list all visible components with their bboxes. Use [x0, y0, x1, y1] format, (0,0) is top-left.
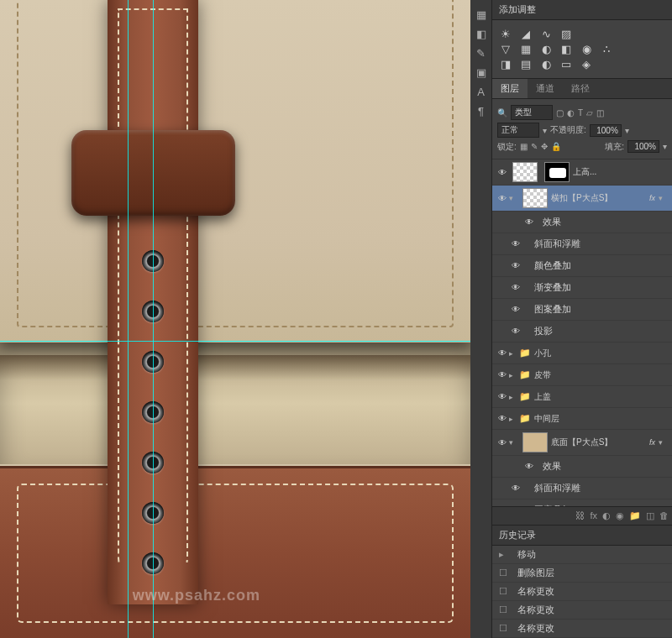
opacity-input[interactable]: 100% — [590, 124, 622, 137]
bag-midlayer — [0, 343, 470, 464]
history-item[interactable]: ▸移动 — [492, 546, 672, 564]
guide-vertical[interactable] — [153, 0, 154, 638]
hue-icon[interactable]: ▦ — [519, 43, 533, 55]
layers-list[interactable]: 👁 上高... 👁 ▾ 横扣【P大点S】 fx ▾ 👁效果 👁斜面和浮雕 👁颜色… — [492, 160, 672, 506]
adjustment-icon[interactable]: ◉ — [616, 510, 624, 521]
watermark: www.psahz.com — [133, 587, 260, 604]
folder-icon: 📁 — [519, 369, 531, 380]
layer-row[interactable]: 👁 ▾ 底面【P大点S】 fx ▾ — [492, 430, 672, 456]
filter-pixel-icon[interactable]: ▢ — [556, 108, 564, 118]
exposure-icon[interactable]: ▨ — [559, 28, 573, 40]
filter-adjust-icon[interactable]: ◐ — [567, 108, 575, 118]
filter-shape-icon[interactable]: ▱ — [586, 108, 593, 118]
gradient-map-icon[interactable]: ▭ — [559, 58, 573, 71]
fx-item[interactable]: 👁斜面和浮雕 — [492, 233, 672, 255]
mask-icon[interactable]: ◐ — [602, 510, 611, 521]
mixer-icon[interactable]: ∴ — [600, 43, 613, 55]
trash-icon[interactable]: 🗑 — [659, 510, 669, 521]
tab-channels[interactable]: 通道 — [528, 79, 563, 98]
folder-icon: 📁 — [519, 413, 531, 424]
fx-item[interactable]: 👁斜面和浮雕 — [492, 478, 672, 499]
lock-all-icon[interactable]: 🔒 — [551, 142, 561, 151]
mask-thumb[interactable] — [544, 162, 570, 182]
adjustments-panel-header[interactable]: 添加调整 — [492, 0, 672, 20]
visibility-toggle[interactable]: 👁 — [496, 438, 509, 447]
visibility-toggle[interactable]: 👁 — [496, 194, 509, 203]
photo-filter-icon[interactable]: ◉ — [580, 43, 593, 55]
history-header[interactable]: 历史记录 — [492, 526, 672, 546]
layer-group[interactable]: 👁▸📁小孔 — [492, 343, 672, 364]
new-layer-icon[interactable]: ◫ — [646, 510, 654, 521]
posterize-icon[interactable]: ▤ — [519, 58, 533, 71]
opacity-label: 不透明度: — [550, 124, 586, 136]
layer-thumb[interactable] — [522, 432, 548, 452]
styles-icon[interactable]: ◧ — [473, 26, 490, 43]
history-item[interactable]: ☐名称更改 — [492, 583, 672, 601]
layer-row[interactable]: 👁 上高... — [492, 160, 672, 186]
filter-smart-icon[interactable]: ◫ — [596, 108, 604, 118]
guide-horizontal[interactable] — [0, 341, 470, 342]
fx-badge[interactable]: fx — [649, 194, 655, 202]
bag-leather-bottom — [0, 466, 470, 638]
group-icon[interactable]: 📁 — [629, 510, 641, 521]
layer-thumb[interactable] — [522, 188, 548, 208]
levels-icon[interactable]: ◢ — [519, 28, 533, 40]
colorbalance-icon[interactable]: ◐ — [539, 43, 553, 55]
filter-text-icon[interactable]: T — [578, 108, 583, 118]
layer-thumb[interactable] — [512, 162, 538, 182]
fx-item[interactable]: 👁渐变叠加 — [492, 277, 672, 299]
lock-label: 锁定: — [497, 141, 517, 153]
fx-badge[interactable]: fx — [649, 438, 655, 447]
lock-trans-icon[interactable]: ▦ — [520, 142, 528, 151]
layer-group[interactable]: 👁▸📁中间层 — [492, 408, 672, 430]
fx-icon[interactable]: fx — [590, 510, 597, 521]
blend-mode-select[interactable]: 正常 — [497, 123, 539, 138]
char-icon[interactable]: A — [473, 84, 490, 101]
fill-input[interactable]: 100% — [627, 140, 659, 153]
fx-header[interactable]: 👁效果 — [492, 212, 672, 233]
search-icon[interactable]: 🔍 — [497, 108, 507, 118]
tab-paths[interactable]: 路径 — [563, 79, 598, 98]
fx-item[interactable]: 👁图案叠加 — [492, 299, 672, 321]
layer-group[interactable]: 👁▸📁上盖 — [492, 386, 672, 408]
vibrance-icon[interactable]: ▽ — [499, 43, 512, 55]
invert-icon[interactable]: ◨ — [499, 58, 512, 71]
document-canvas[interactable]: www.psahz.com — [0, 0, 470, 638]
bw-icon[interactable]: ◧ — [559, 43, 573, 55]
lock-pos-icon[interactable]: ✥ — [541, 142, 548, 151]
curves-icon[interactable]: ∿ — [539, 28, 553, 40]
fx-item[interactable]: 👁投影 — [492, 321, 672, 343]
fx-item[interactable]: 👁图案叠加 — [492, 499, 672, 506]
layer-row[interactable]: 👁 ▾ 横扣【P大点S】 fx ▾ — [492, 186, 672, 212]
brightness-icon[interactable]: ☀ — [499, 28, 512, 40]
clone-icon[interactable]: ▣ — [473, 65, 490, 81]
collapsed-tool-strip[interactable]: ▦ ◧ ✎ ▣ A ¶ — [470, 0, 492, 638]
adjustments-panel: ☀ ◢ ∿ ▨ ▽ ▦ ◐ ◧ ◉ ∴ ◨ ▤ ◐ ▭ ◈ — [492, 20, 672, 79]
history-item[interactable]: ☐名称更改 — [492, 620, 672, 638]
folder-icon: 📁 — [519, 391, 531, 402]
layer-controls: 🔍 类型 ▢ ◐ T ▱ ◫ 正常 ▾ 不透明度: 100% ▾ 锁定: ▦ ✎… — [492, 99, 672, 160]
tab-layers[interactable]: 图层 — [492, 79, 528, 98]
layers-footer: ⛓ fx ◐ ◉ 📁 ◫ 🗑 — [492, 506, 672, 525]
visibility-toggle[interactable]: 👁 — [496, 168, 509, 177]
swatches-icon[interactable]: ▦ — [473, 7, 490, 24]
para-icon[interactable]: ¶ — [473, 103, 490, 120]
right-panels: 添加调整 ☀ ◢ ∿ ▨ ▽ ▦ ◐ ◧ ◉ ∴ ◨ ▤ ◐ ▭ ◈ 图层 通道… — [492, 0, 672, 638]
guide-vertical[interactable] — [128, 0, 129, 638]
history-item[interactable]: ☐名称更改 — [492, 601, 672, 620]
fx-item[interactable]: 👁颜色叠加 — [492, 255, 672, 277]
fill-label: 填充: — [605, 141, 624, 153]
folder-icon: 📁 — [519, 348, 531, 358]
layer-group[interactable]: 👁▸📁皮带 — [492, 364, 672, 386]
lock-paint-icon[interactable]: ✎ — [531, 142, 538, 151]
layers-panel-tabs: 图层 通道 路径 — [492, 79, 672, 99]
history-item[interactable]: ☐删除图层 — [492, 564, 672, 583]
filter-type-select[interactable]: 类型 — [511, 105, 553, 120]
selective-color-icon[interactable]: ◈ — [580, 58, 593, 71]
brush-icon[interactable]: ✎ — [473, 45, 490, 62]
expand-toggle[interactable]: ▾ — [509, 194, 519, 202]
fx-header[interactable]: 👁效果 — [492, 456, 672, 478]
threshold-icon[interactable]: ◐ — [539, 58, 553, 71]
link-layers-icon[interactable]: ⛓ — [575, 510, 585, 521]
bag-flap — [0, 0, 470, 343]
